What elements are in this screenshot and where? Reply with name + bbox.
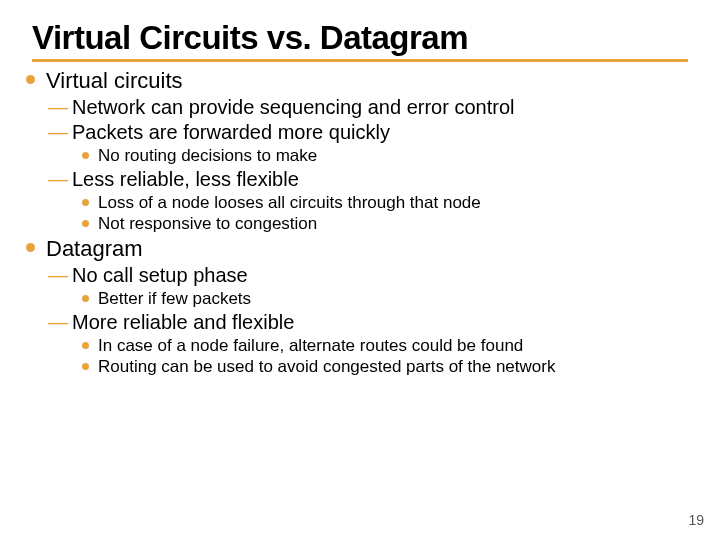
slide: Virtual Circuits vs. Datagram Virtual ci… [0, 0, 720, 540]
bullet-l3: Loss of a node looses all circuits throu… [80, 193, 700, 213]
bullet-l3: In case of a node failure, alternate rou… [80, 336, 700, 356]
l3-text: Better if few packets [98, 289, 251, 308]
dash-icon: — [48, 168, 68, 191]
dot-icon [82, 363, 89, 370]
dash-icon: — [48, 121, 68, 144]
dash-icon: — [48, 311, 68, 334]
bullet-l2: — No call setup phase [48, 264, 700, 287]
dot-icon [82, 152, 89, 159]
bullet-l3: No routing decisions to make [80, 146, 700, 166]
l2-text: Network can provide sequencing and error… [72, 96, 514, 118]
l3-text: No routing decisions to make [98, 146, 317, 165]
l3-text: In case of a node failure, alternate rou… [98, 336, 523, 355]
dot-icon [82, 295, 89, 302]
l2-text: More reliable and flexible [72, 311, 294, 333]
bullet-l3: Routing can be used to avoid congested p… [80, 357, 700, 377]
bullet-l3: Better if few packets [80, 289, 700, 309]
dot-icon [82, 342, 89, 349]
l3-text: Routing can be used to avoid congested p… [98, 357, 555, 376]
title-wrap: Virtual Circuits vs. Datagram [0, 20, 720, 56]
l3-text: Loss of a node looses all circuits throu… [98, 193, 481, 212]
bullet-l2: — Less reliable, less flexible [48, 168, 700, 191]
bullet-l2: — Packets are forwarded more quickly [48, 121, 700, 144]
dash-icon: — [48, 264, 68, 287]
l2-text: Packets are forwarded more quickly [72, 121, 390, 143]
dot-icon [82, 199, 89, 206]
bullet-l3: Not responsive to congestion [80, 214, 700, 234]
dot-icon [26, 75, 35, 84]
l2-text: No call setup phase [72, 264, 248, 286]
page-number: 19 [688, 512, 704, 528]
bullet-l2: — Network can provide sequencing and err… [48, 96, 700, 119]
l3-text: Not responsive to congestion [98, 214, 317, 233]
slide-content: Virtual circuits — Network can provide s… [0, 68, 720, 377]
dash-icon: — [48, 96, 68, 119]
l1-text: Datagram [46, 236, 143, 261]
slide-title: Virtual Circuits vs. Datagram [32, 20, 688, 56]
dot-icon [26, 243, 35, 252]
l2-text: Less reliable, less flexible [72, 168, 299, 190]
bullet-l2: — More reliable and flexible [48, 311, 700, 334]
title-underline [32, 59, 688, 62]
l1-text: Virtual circuits [46, 68, 183, 93]
dot-icon [82, 220, 89, 227]
bullet-l1: Datagram [20, 236, 700, 262]
bullet-l1: Virtual circuits [20, 68, 700, 94]
